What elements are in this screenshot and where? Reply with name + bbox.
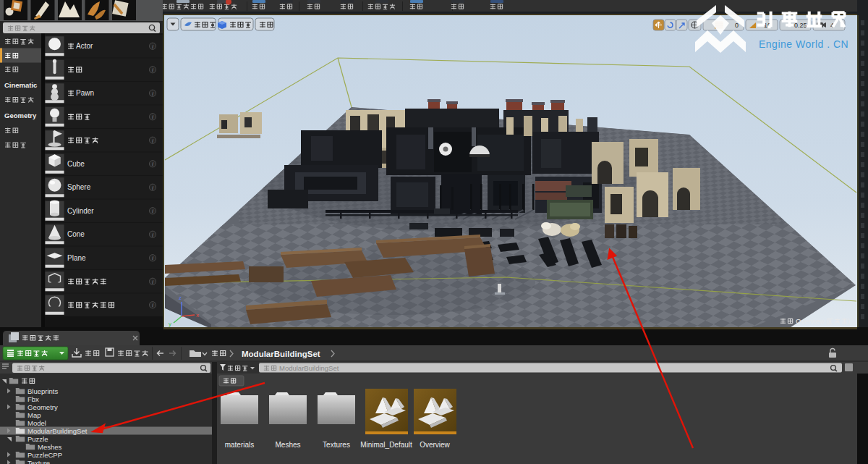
svg-text:Texture: Texture — [27, 459, 50, 464]
svg-text:Fbx: Fbx — [27, 395, 39, 403]
svg-text:Cinematic: Cinematic — [4, 81, 37, 89]
svg-text:Overview: Overview — [420, 441, 450, 449]
svg-text:Actor: Actor — [76, 42, 93, 50]
svg-text:0: 0 — [735, 22, 739, 29]
svg-text:Blueprints: Blueprints — [27, 387, 58, 395]
svg-text:ModularBuildingSet: ModularBuildingSet — [242, 350, 320, 358]
svg-text:): ) — [848, 317, 850, 325]
svg-text:Cube: Cube — [67, 160, 85, 168]
svg-text:ModularBuildingSet: ModularBuildingSet — [27, 427, 88, 435]
svg-text:Pawn: Pawn — [76, 89, 94, 97]
svg-text:y: y — [169, 321, 171, 327]
svg-text:x: x — [196, 312, 199, 319]
svg-text:Model: Model — [27, 419, 46, 427]
svg-text:Cylinder: Cylinder — [67, 207, 94, 215]
svg-text:z: z — [179, 295, 182, 301]
svg-text:Textures: Textures — [323, 441, 350, 449]
svg-text:Overview (: Overview ( — [796, 317, 829, 325]
svg-text:ModularBuildingSet: ModularBuildingSet — [279, 364, 339, 372]
svg-text:Minimal_Default: Minimal_Default — [360, 441, 412, 449]
svg-text:PuzzleCPP: PuzzleCPP — [27, 451, 62, 459]
svg-text:Cone: Cone — [67, 230, 85, 238]
svg-text:0.25: 0.25 — [794, 22, 807, 29]
svg-text:Sphere: Sphere — [67, 183, 91, 191]
svg-text:Puzzle: Puzzle — [27, 435, 48, 443]
svg-text:Map: Map — [27, 411, 41, 419]
svg-text:Plane: Plane — [67, 254, 86, 262]
svg-text:Meshes: Meshes — [275, 441, 300, 449]
svg-text:Geometry: Geometry — [4, 111, 37, 119]
svg-text:Geometry: Geometry — [27, 403, 58, 411]
svg-text:Engine World . CN: Engine World . CN — [759, 38, 848, 50]
svg-text:Meshes: Meshes — [38, 443, 62, 451]
svg-text:materials: materials — [225, 441, 255, 449]
